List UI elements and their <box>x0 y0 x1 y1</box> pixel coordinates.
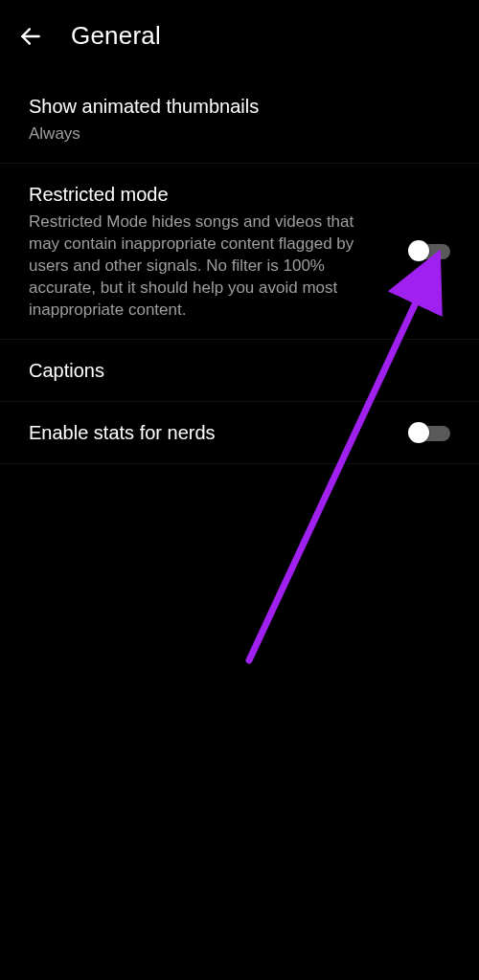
setting-title: Enable stats for nerds <box>29 419 387 446</box>
restricted-mode-toggle[interactable] <box>408 238 450 263</box>
setting-stats-for-nerds[interactable]: Enable stats for nerds <box>0 402 479 464</box>
page-title: General <box>71 21 161 51</box>
setting-description: Restricted Mode hides songs and videos t… <box>29 212 387 322</box>
setting-title: Captions <box>29 357 450 384</box>
setting-value: Always <box>29 123 446 145</box>
app-header: General <box>0 0 479 70</box>
setting-captions[interactable]: Captions <box>0 340 479 402</box>
setting-title: Show animated thumbnails <box>29 93 446 120</box>
toggle-knob <box>408 422 429 443</box>
setting-animated-thumbnails[interactable]: Show animated thumbnails Always <box>0 76 479 164</box>
setting-restricted-mode[interactable]: Restricted mode Restricted Mode hides so… <box>0 164 479 340</box>
back-button[interactable] <box>17 23 44 50</box>
stats-toggle[interactable] <box>408 420 450 445</box>
setting-title: Restricted mode <box>29 181 387 208</box>
